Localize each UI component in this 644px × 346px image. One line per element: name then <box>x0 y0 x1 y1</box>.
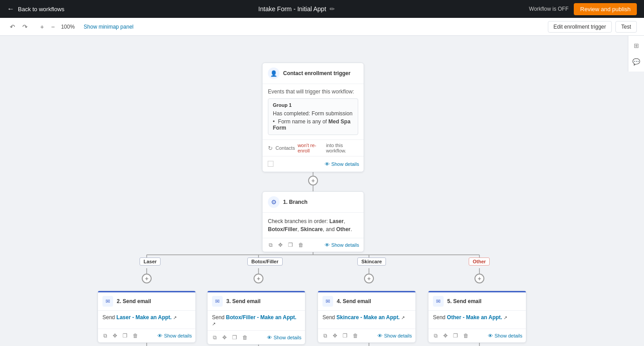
email-icon-3: ✉ <box>322 296 333 307</box>
email-copy-btn-4[interactable]: ⧉ <box>432 332 440 340</box>
branch-skincare: Skincare <box>301 226 323 232</box>
email-show-details-1[interactable]: 👁 Show details <box>157 333 192 338</box>
send-email-skincare-card: ✉ 4. Send email Send Skincare - Make an … <box>318 291 416 343</box>
zoom-in-button[interactable]: + <box>38 21 47 32</box>
add-step-btn-1[interactable]: + <box>308 176 318 186</box>
back-to-workflows-link[interactable]: Back to workflows <box>18 6 64 13</box>
email-card-title-2: 3. Send email <box>226 298 261 304</box>
send-prefix-2: Send <box>212 314 226 321</box>
email-link-1[interactable]: Laser - Make an Appt. <box>116 314 172 321</box>
email-card-footer-1: ⧉ ✥ ❐ 🗑 👁 Show details <box>98 329 195 342</box>
eye-icon-email-3: 👁 <box>377 333 382 338</box>
email-clone-btn-2[interactable]: ❐ <box>230 333 239 342</box>
email-card-header-3: ✉ 4. Send email <box>318 292 415 311</box>
eye-icon: 👁 <box>325 161 330 167</box>
email-move-btn-1[interactable]: ✥ <box>111 332 119 340</box>
email-link-4[interactable]: Other - Make an Appt. <box>447 314 502 321</box>
email-delete-btn-3[interactable]: 🗑 <box>351 332 360 340</box>
email-copy-btn-1[interactable]: ⧉ <box>102 332 109 340</box>
right-panel: ⊞ 💬 <box>628 36 644 72</box>
email-card-header-4: ✉ 5. Send email <box>428 292 526 311</box>
email-card-title-1: 2. Send email <box>117 298 151 304</box>
email-delete-btn-2[interactable]: 🗑 <box>241 333 250 342</box>
branch-toolbar: ⧉ ✥ ❐ 🗑 <box>267 241 305 249</box>
grid-icon[interactable]: ⊞ <box>631 39 642 52</box>
canvas-inner: 👤 Contact enrollment trigger Events that… <box>0 36 626 346</box>
review-publish-button[interactable]: Review and publish <box>574 3 637 15</box>
email-delete-btn-1[interactable]: 🗑 <box>131 332 140 340</box>
bullet-item: • Form name is any of Med Spa Form <box>273 118 353 131</box>
top-bar: ← Back to workflows Intake Form - Initia… <box>0 0 644 18</box>
email-clone-btn-4[interactable]: ❐ <box>451 332 460 340</box>
top-bar-right: Workflow is OFF Review and publish <box>529 3 637 15</box>
eye-icon-branch: 👁 <box>325 242 330 248</box>
contact-icon: 👤 <box>268 68 280 79</box>
email-delete-btn-4[interactable]: 🗑 <box>462 332 470 340</box>
email-card-footer-4: ⧉ ✥ ❐ 🗑 👁 Show details <box>428 329 526 342</box>
branch-copy-btn[interactable]: ⧉ <box>267 241 275 249</box>
email-move-btn-3[interactable]: ✥ <box>331 332 339 340</box>
branch-move-btn[interactable]: ✥ <box>276 241 284 249</box>
laser-branch-label: Laser <box>140 257 161 266</box>
re-enroll-text-post: into this workflow. <box>326 143 358 153</box>
footer-icons-3: ⧉ ✥ ❐ 🗑 <box>322 332 360 340</box>
email-card-title-3: 4. Send email <box>337 298 371 304</box>
email-copy-btn-2[interactable]: ⧉ <box>211 333 219 342</box>
checkbox-icon: ☐ <box>267 159 274 169</box>
add-step-botox[interactable]: + <box>254 274 263 283</box>
edit-enrollment-trigger-button[interactable]: Edit enrollment trigger <box>548 21 612 33</box>
skincare-branch-label: Skincare <box>357 257 386 266</box>
trigger-show-details-link[interactable]: 👁 Show details <box>325 161 359 167</box>
email-move-btn-4[interactable]: ✥ <box>441 332 449 340</box>
email-card-body-1: Send Laser - Make an Appt. ↗ <box>98 311 195 329</box>
branch-clone-btn[interactable]: ❐ <box>286 241 295 249</box>
email-link-2[interactable]: Botox/Filler - Make an Appt. <box>226 314 297 321</box>
re-enroll-icon: ↻ <box>268 145 273 152</box>
email-icon-4: ✉ <box>433 296 444 307</box>
test-button[interactable]: Test <box>615 21 637 33</box>
branch-card-body: Check branches in order: Laser, Botox/Fi… <box>263 213 364 238</box>
email-move-btn-2[interactable]: ✥ <box>220 333 229 342</box>
branch-show-details-link[interactable]: 👁 Show details <box>325 242 359 248</box>
events-label: Events that will trigger this workflow: <box>268 89 358 95</box>
group-box: Group 1 Has completed: Form submission •… <box>268 98 358 135</box>
branch-icon: ⚙ <box>268 196 280 208</box>
add-step-laser[interactable]: + <box>142 274 152 283</box>
wont-re-enroll-text: won't re-enroll <box>297 143 323 153</box>
send-prefix-3: Send <box>322 314 336 321</box>
email-show-details-4[interactable]: 👁 Show details <box>488 333 522 338</box>
trigger-card-body: Events that will trigger this workflow: … <box>263 84 364 139</box>
email-card-footer-2: ⧉ ✥ ❐ 🗑 👁 Show details <box>208 330 305 344</box>
email-card-title-4: 5. Send email <box>447 298 482 304</box>
add-step-skincare[interactable]: + <box>364 274 374 283</box>
branch-delete-btn[interactable]: 🗑 <box>297 241 305 249</box>
trigger-card: 👤 Contact enrollment trigger Events that… <box>262 63 364 172</box>
comment-icon[interactable]: 💬 <box>630 55 643 68</box>
history-controls: ↶ ↷ <box>7 21 30 32</box>
email-card-body-3: Send Skincare - Make an Appt. ↗ <box>318 311 415 329</box>
eye-icon-email-2: 👁 <box>267 335 272 340</box>
email-clone-btn-3[interactable]: ❐ <box>341 332 349 340</box>
add-step-other[interactable]: + <box>475 274 484 283</box>
redo-button[interactable]: ↷ <box>20 21 30 32</box>
footer-icons-1: ⧉ ✥ ❐ 🗑 <box>102 332 140 340</box>
email-show-details-2[interactable]: 👁 Show details <box>267 335 301 340</box>
edit-title-icon[interactable]: ✏ <box>330 5 335 13</box>
trigger-card-footer: ☐ 👁 Show details <box>263 156 364 172</box>
undo-button[interactable]: ↶ <box>7 21 18 32</box>
email-show-details-3[interactable]: 👁 Show details <box>377 333 412 338</box>
branch-botox: Botox/Filler <box>268 226 297 232</box>
external-icon-2: ↗ <box>212 321 216 326</box>
email-icon-2: ✉ <box>212 296 223 307</box>
zoom-out-button[interactable]: − <box>48 21 57 32</box>
workflow-status: Workflow is OFF <box>529 6 568 12</box>
email-clone-btn-1[interactable]: ❐ <box>121 332 129 340</box>
show-minimap-link[interactable]: Show minimap panel <box>84 24 133 30</box>
external-icon-3: ↗ <box>401 315 405 320</box>
email-link-3[interactable]: Skincare - Make an Appt. <box>336 314 400 321</box>
send-prefix-4: Send <box>433 314 447 321</box>
email-card-body-4: Send Other - Make an Appt. ↗ <box>428 311 526 329</box>
enrollment-buttons: Edit enrollment trigger Test <box>548 21 637 33</box>
branch-card: ⚙ 1. Branch Check branches in order: Las… <box>262 191 364 252</box>
email-copy-btn-3[interactable]: ⧉ <box>322 332 329 340</box>
